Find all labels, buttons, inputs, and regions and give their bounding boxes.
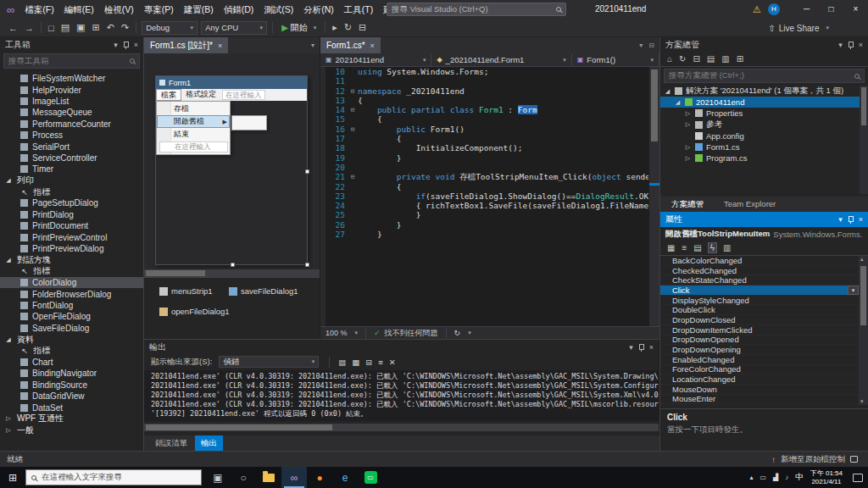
- toolbox-item[interactable]: PerformanceCounter: [0, 119, 143, 130]
- code-line[interactable]: 27 }: [326, 230, 648, 239]
- property-pages-icon[interactable]: ▥: [723, 243, 731, 252]
- event-row-DisplayStyleChanged[interactable]: DisplayStyleChanged: [660, 296, 860, 306]
- design-menu-item[interactable]: 格式設定: [181, 89, 220, 101]
- toolbox-item[interactable]: DataGridView: [0, 391, 143, 402]
- design-dropdown-item[interactable]: 開啟舊檔▶: [157, 115, 230, 128]
- home-icon[interactable]: ⌂: [667, 54, 672, 64]
- close-icon[interactable]: ×: [134, 41, 138, 49]
- back-icon[interactable]: ←: [5, 23, 21, 33]
- save-all-icon[interactable]: ⊞: [88, 22, 103, 33]
- taskbar-app-firefox[interactable]: ●: [307, 467, 332, 488]
- expanded-arrow-icon[interactable]: ◢: [664, 88, 671, 95]
- code-line[interactable]: 23 if(saveFileDialog1.ShowDialog()==Dial…: [326, 191, 648, 201]
- live-share-button[interactable]: ⇧ Live Share ▾: [768, 19, 829, 37]
- quick-search-input[interactable]: 搜尋 Visual Studio (Ctrl+Q): [387, 3, 566, 16]
- toolbox-item[interactable]: PrintDocument: [0, 220, 143, 231]
- chevron-up-icon[interactable]: ▴: [750, 474, 754, 481]
- maximize-button[interactable]: □: [819, 0, 843, 19]
- refresh-icon[interactable]: ↻: [679, 54, 686, 64]
- tray-item-openFileDialog1[interactable]: openFileDialog1: [159, 307, 230, 316]
- collapsed-arrow-icon[interactable]: ▷: [684, 110, 692, 117]
- categorized-icon[interactable]: ▦: [667, 243, 675, 252]
- toolbox-item[interactable]: ◢列印: [0, 175, 143, 186]
- close-icon[interactable]: ×: [370, 42, 375, 50]
- event-handler-dropdown[interactable]: ▾: [848, 286, 859, 295]
- toolbox-item[interactable]: ▷WPF 互通性: [0, 413, 143, 424]
- toolbox-item[interactable]: ↖指標: [0, 345, 143, 356]
- platform-dropdown[interactable]: Any CPU▾: [201, 21, 267, 35]
- output-word-wrap-icon[interactable]: ≡: [378, 358, 383, 367]
- event-row-MouseDown[interactable]: MouseDown: [660, 385, 860, 395]
- minimize-button[interactable]: ─: [794, 0, 819, 19]
- pin-icon[interactable]: [123, 41, 129, 49]
- scroll-down-icon[interactable]: ▾: [860, 398, 864, 405]
- hot-reload-icon[interactable]: ↻: [341, 22, 355, 33]
- toolbox-item[interactable]: ColorDialog: [0, 277, 143, 288]
- code-line[interactable]: 20: [326, 163, 648, 172]
- toolbox-item[interactable]: DataSet: [0, 402, 143, 413]
- design-menu-item[interactable]: 在這裡輸入: [222, 90, 265, 100]
- zoom-level[interactable]: 100 %: [326, 329, 348, 337]
- tab-form1-code[interactable]: Form1.cs* ×: [320, 37, 381, 53]
- solution-search-input[interactable]: 搜尋方案總管 (Ctrl+;): [664, 69, 865, 83]
- code-line[interactable]: 10using System.Windows.Forms;: [326, 67, 648, 76]
- forward-icon[interactable]: →: [21, 23, 37, 33]
- event-row-Click[interactable]: Click▾: [660, 286, 860, 296]
- dock-tab-輸出[interactable]: 輸出: [195, 435, 223, 451]
- toolbox-item[interactable]: ServiceController: [0, 152, 143, 164]
- design-menu-item[interactable]: 檔案: [156, 89, 181, 101]
- toolbox-item[interactable]: Timer: [0, 164, 143, 175]
- fold-minus-icon[interactable]: ⊟: [348, 86, 358, 96]
- toolbox-item[interactable]: ↖指標: [0, 266, 143, 277]
- code-line[interactable]: 21⊟ private void 存檔ToolStripMenuItem_Cli…: [326, 172, 648, 181]
- tree-item-references[interactable]: ▷參考: [660, 119, 860, 130]
- tree-item-csharp-project[interactable]: ◢20210411end: [660, 97, 860, 108]
- chevron-down-icon[interactable]: ▾: [838, 41, 843, 49]
- event-row-CheckedChanged[interactable]: CheckedChanged: [660, 266, 860, 276]
- new-file-icon[interactable]: □: [45, 23, 58, 33]
- event-row-ForeColorChanged[interactable]: ForeColorChanged: [660, 365, 860, 375]
- event-row-DropDownOpened[interactable]: DropDownOpened: [660, 336, 860, 346]
- resize-grip[interactable]: [305, 263, 309, 267]
- taskbar-app-task-view[interactable]: ▣: [205, 467, 231, 488]
- chevron-down-icon[interactable]: ▾: [468, 330, 471, 336]
- event-row-EnabledChanged[interactable]: EnabledChanged: [660, 355, 860, 365]
- pin-icon[interactable]: [848, 215, 854, 224]
- properties-view-icon[interactable]: ▤: [693, 243, 701, 252]
- event-row-LocationChanged[interactable]: LocationChanged: [660, 374, 860, 385]
- add-to-source-control-button[interactable]: 新增至原始檔控制: [781, 454, 845, 465]
- volume-icon[interactable]: ♪: [785, 474, 788, 481]
- menubar-item[interactable]: 檔案(F): [19, 0, 58, 19]
- toolbox-item[interactable]: FontDialog: [0, 300, 143, 311]
- display-icon[interactable]: ▭: [760, 474, 767, 481]
- code-line[interactable]: 14⊟ public partial class Form1 : Form: [326, 105, 648, 114]
- menubar-item[interactable]: 專案(P): [139, 0, 179, 19]
- avatar[interactable]: H: [768, 3, 780, 15]
- alphabetical-icon[interactable]: ≡: [682, 243, 687, 252]
- open-file-icon[interactable]: ▤: [58, 22, 73, 33]
- toolbox-item[interactable]: ImageList: [0, 96, 143, 107]
- code-line[interactable]: 13{: [326, 96, 648, 105]
- output-find-message-icon[interactable]: ▤: [338, 358, 346, 367]
- fold-minus-icon[interactable]: ⊟: [348, 172, 358, 181]
- code-line[interactable]: 19 }: [326, 153, 648, 163]
- chevron-down-icon[interactable]: ▾: [629, 343, 633, 352]
- scrollbar-thumb[interactable]: [861, 87, 866, 125]
- output-messages-icon[interactable]: ▦: [352, 358, 359, 367]
- menubar-item[interactable]: 工具(T): [339, 0, 378, 19]
- tray-item-menuStrip1[interactable]: menuStrip1: [159, 286, 213, 296]
- properties-vscrollbar[interactable]: ▴ ▾: [859, 256, 868, 405]
- event-row-DropDownOpening[interactable]: DropDownOpening: [660, 345, 860, 355]
- toolbox-item[interactable]: FolderBrowserDialog: [0, 288, 143, 299]
- toolbox-item[interactable]: OpenFileDialog: [0, 311, 143, 322]
- toolbox-item[interactable]: SaveFileDialog: [0, 323, 143, 334]
- start-button[interactable]: ⊞: [0, 472, 25, 484]
- output-source-dropdown[interactable]: 偵錯 ▾: [219, 356, 319, 368]
- event-row-MouseEnter[interactable]: MouseEnter: [660, 395, 860, 405]
- solution-vscrollbar[interactable]: [860, 86, 868, 194]
- taskbar-app-line[interactable]: ▭: [358, 467, 383, 488]
- notifications-icon[interactable]: [850, 456, 858, 463]
- pin-icon[interactable]: [638, 343, 644, 352]
- toolbox-item[interactable]: MessageQueue: [0, 107, 143, 118]
- warning-icon[interactable]: ⚠: [753, 0, 761, 19]
